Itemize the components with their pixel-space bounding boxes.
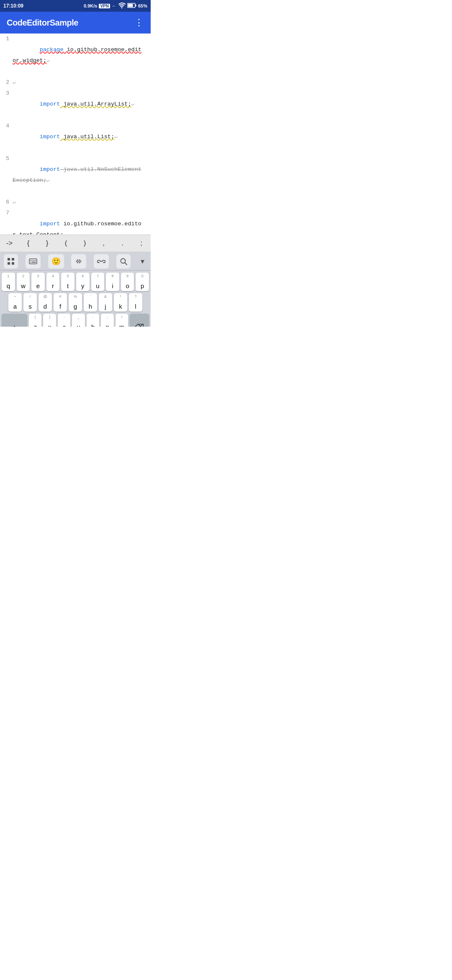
key-k[interactable]: *k: [114, 293, 127, 312]
svg-rect-5: [8, 262, 10, 265]
code-line-5: 5 import java.util.NoSuchElementExceptio…: [0, 153, 151, 197]
status-left: 17:10:09: [3, 3, 23, 9]
status-bar: 17:10:09 0.9K/s VPN ← 65%: [0, 0, 151, 12]
key-d[interactable]: @d: [39, 293, 52, 312]
quickbar-close-brace[interactable]: }: [38, 235, 56, 252]
svg-rect-1: [135, 5, 136, 7]
search-button[interactable]: [116, 254, 131, 268]
key-x[interactable]: )x: [43, 314, 56, 327]
key-c[interactable]: -c: [58, 314, 70, 327]
quick-bar: -> { } ( ) , . ;: [0, 235, 151, 252]
back-arrow-icon: ←: [112, 3, 116, 8]
svg-rect-3: [8, 258, 10, 260]
key-b[interactable]: :b: [87, 314, 99, 327]
key-t[interactable]: 5t: [61, 273, 74, 291]
code-line-6: 6 ↵: [0, 197, 151, 208]
battery-percent: 65%: [138, 3, 147, 8]
quickbar-close-paren[interactable]: ): [75, 235, 94, 252]
collapse-keyboard-button[interactable]: ▾: [138, 257, 147, 266]
code-line-7: 7 import io.github.rosemoe.editor.text.C…: [0, 208, 151, 235]
battery-icon: [127, 3, 136, 9]
keyboard-row-1: 1q 2w 3e 4r 5t 6y 7u 8i 9o 0p: [0, 271, 151, 291]
key-u[interactable]: 7u: [91, 273, 105, 291]
app-bar: CodeEditorSample ⋮: [0, 12, 151, 34]
key-p[interactable]: 0p: [136, 273, 149, 291]
backspace-key[interactable]: ⌫: [130, 314, 149, 327]
key-a[interactable]: ~a: [8, 293, 22, 312]
code-lines: 1 package io.github.rosemoe.editor.widge…: [0, 34, 151, 235]
code-line-1: 1 package io.github.rosemoe.editor.widge…: [0, 34, 151, 77]
wifi-icon: [118, 3, 126, 9]
key-i[interactable]: 8i: [106, 273, 119, 291]
keyboard-row-3: ↑ (z )x -c _v :b ;n /m ⌫: [0, 312, 151, 327]
quickbar-open-paren[interactable]: (: [56, 235, 75, 252]
shift-key[interactable]: ↑: [2, 314, 27, 327]
network-speed: 0.9K/s: [84, 3, 97, 8]
code-line-2: 2 ↵: [0, 77, 151, 88]
key-s[interactable]: !s: [23, 293, 37, 312]
keyboard-button[interactable]: [26, 254, 41, 268]
link-button[interactable]: [94, 254, 109, 268]
vpn-icon: VPN: [99, 4, 110, 8]
cursor-move-button[interactable]: [71, 254, 86, 268]
quickbar-arrow[interactable]: ->: [0, 235, 19, 252]
key-f[interactable]: #f: [54, 293, 67, 312]
quickbar-comma[interactable]: ,: [94, 235, 113, 252]
more-options-button[interactable]: ⋮: [134, 17, 144, 28]
time: 17:10:09: [3, 3, 23, 9]
svg-rect-6: [12, 262, 14, 265]
key-o[interactable]: 9o: [121, 273, 134, 291]
status-right: 0.9K/s VPN ← 65%: [84, 3, 147, 9]
ime-toolbar: 🙂 ▾: [0, 252, 151, 271]
quickbar-open-brace[interactable]: {: [19, 235, 38, 252]
key-n[interactable]: ;n: [101, 314, 113, 327]
key-h[interactable]: 'h: [84, 293, 97, 312]
code-line-3: 3 import java.util.ArrayList;↵: [0, 88, 151, 121]
key-m[interactable]: /m: [116, 314, 128, 327]
keyboard: 1q 2w 3e 4r 5t 6y 7u 8i 9o 0p ~a !s @d #…: [0, 271, 151, 327]
key-q[interactable]: 1q: [2, 273, 15, 291]
app-title: CodeEditorSample: [7, 18, 78, 28]
quickbar-dot[interactable]: .: [113, 235, 132, 252]
svg-line-17: [125, 263, 127, 265]
key-g[interactable]: %g: [69, 293, 82, 312]
code-editor[interactable]: 1 package io.github.rosemoe.editor.widge…: [0, 34, 151, 235]
svg-rect-2: [128, 4, 133, 7]
svg-rect-4: [12, 258, 14, 260]
key-r[interactable]: 4r: [46, 273, 60, 291]
quickbar-semicolon[interactable]: ;: [132, 235, 151, 252]
emoji-button[interactable]: 🙂: [48, 254, 64, 268]
code-line-4: 4 import java.util.List;↵: [0, 121, 151, 153]
grid-view-button[interactable]: [4, 254, 18, 268]
key-l[interactable]: ?l: [129, 293, 142, 312]
svg-rect-7: [29, 259, 37, 264]
key-w[interactable]: 2w: [17, 273, 30, 291]
key-v[interactable]: _v: [72, 314, 85, 327]
keyboard-row-2: ~a !s @d #f %g 'h &j *k ?l: [0, 291, 151, 312]
key-e[interactable]: 3e: [31, 273, 45, 291]
key-y[interactable]: 6y: [76, 273, 90, 291]
key-j[interactable]: &j: [99, 293, 112, 312]
key-z[interactable]: (z: [29, 314, 41, 327]
